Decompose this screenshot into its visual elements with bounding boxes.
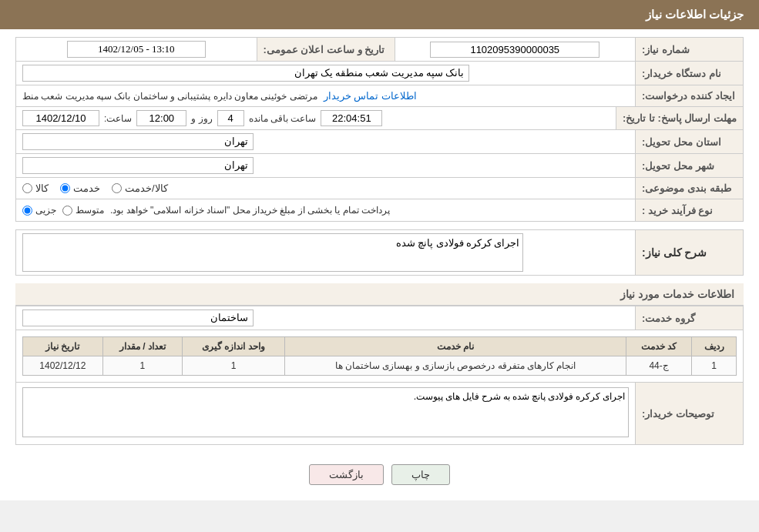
creator-link[interactable]: اطلاعات تماس خریدار bbox=[324, 90, 417, 102]
col-code: کد خدمت bbox=[626, 337, 692, 356]
need-number-value bbox=[395, 38, 636, 61]
deadline-row: مهلت ارسال پاسخ: تا تاریخ: ساعت باقی مان… bbox=[16, 107, 743, 130]
table-cell-date: 1402/12/12 bbox=[23, 356, 103, 376]
service-group-row: گروه خدمت: bbox=[16, 306, 743, 330]
creator-name: مرتضی خوئینی معاون دایره پشتیبانی و ساخت… bbox=[22, 91, 317, 102]
services-table-wrapper: ردیف کد خدمت نام خدمت واحد اندازه گیری ت… bbox=[16, 330, 743, 382]
province-value bbox=[16, 130, 635, 153]
need-description-row: شرح کلی نیاز: اجرای کرکره فولادی پانچ شد… bbox=[16, 230, 743, 275]
category-goods-service-label: کالا/خدمت bbox=[125, 182, 168, 194]
category-goods-option[interactable]: کالا bbox=[22, 182, 49, 194]
category-radio-group: کالا/خدمت خدمت کالا bbox=[22, 182, 629, 194]
service-group-value bbox=[16, 306, 635, 330]
time-label: ساعت: bbox=[104, 113, 132, 124]
city-value bbox=[16, 154, 635, 177]
city-label: شهر محل تحویل: bbox=[635, 154, 743, 177]
purchase-immediate-option[interactable]: جزیی bbox=[22, 205, 56, 216]
need-number-input[interactable] bbox=[430, 42, 599, 58]
buttons-row: چاپ بازگشت bbox=[15, 453, 744, 493]
creator-label: ایجاد کننده درخواست: bbox=[635, 85, 743, 106]
category-goods-radio[interactable] bbox=[22, 183, 32, 193]
province-row: استان محل تحویل: bbox=[16, 130, 743, 154]
days-input[interactable] bbox=[217, 110, 244, 126]
col-row: ردیف bbox=[692, 337, 737, 356]
col-name: نام خدمت bbox=[284, 337, 626, 356]
page-header: جزئیات اطلاعات نیاز bbox=[0, 0, 759, 29]
need-description-section: شرح کلی نیاز: اجرای کرکره فولادی پانچ شد… bbox=[15, 229, 744, 276]
deadline-value: ساعت باقی مانده روز و ساعت: bbox=[16, 107, 616, 129]
city-row: شهر محل تحویل: bbox=[16, 154, 743, 178]
need-number-row: شماره نیاز: تاریخ و ساعت اعلان عمومی: bbox=[16, 38, 743, 62]
table-cell-name: انجام کارهای متفرقه درخصوص بازسازی و بهس… bbox=[284, 356, 626, 376]
purchase-immediate-radio[interactable] bbox=[22, 206, 32, 216]
purchase-type-note: پرداخت تمام یا بخشی از مبلغ خریداز محل "… bbox=[110, 205, 390, 216]
need-number-label: شماره نیاز: bbox=[635, 38, 743, 61]
city-input[interactable] bbox=[22, 157, 254, 174]
table-cell-row: 1 bbox=[692, 356, 737, 376]
countdown-row: ساعت باقی مانده روز و ساعت: bbox=[22, 110, 610, 126]
purchase-type-label: نوع فرآیند خرید : bbox=[635, 199, 743, 221]
col-date: تاریخ نیاز bbox=[23, 337, 103, 356]
announcement-input[interactable] bbox=[67, 41, 206, 58]
print-button[interactable]: چاپ bbox=[391, 464, 450, 485]
announcement-label: تاریخ و ساعت اعلان عمومی: bbox=[257, 38, 395, 61]
creator-row: ایجاد کننده درخواست: اطلاعات تماس خریدار… bbox=[16, 85, 743, 107]
deadline-label: مهلت ارسال پاسخ: تا تاریخ: bbox=[616, 107, 743, 129]
category-service-option[interactable]: خدمت bbox=[60, 182, 100, 194]
need-description-value: اجرای کرکره فولادی پانچ شده bbox=[16, 230, 635, 275]
province-label: استان محل تحویل: bbox=[635, 130, 743, 153]
purchase-immediate-label: جزیی bbox=[35, 205, 56, 216]
col-qty: تعداد / مقدار bbox=[102, 337, 183, 356]
remaining-label: ساعت باقی مانده bbox=[249, 113, 317, 124]
buyer-notes-row: توصیحات خریدار: اجرای کرکره فولادی پانچ … bbox=[16, 382, 743, 444]
category-value: کالا/خدمت خدمت کالا bbox=[16, 178, 635, 199]
requester-value bbox=[16, 62, 635, 85]
category-service-label: خدمت bbox=[73, 182, 100, 194]
purchase-type-row: نوع فرآیند خرید : پرداخت تمام یا بخشی از… bbox=[16, 199, 743, 221]
service-group-input[interactable] bbox=[22, 309, 254, 326]
requester-label: نام دستگاه خریدار: bbox=[635, 62, 743, 85]
page-title: جزئیات اطلاعات نیاز bbox=[646, 8, 744, 21]
creator-value: اطلاعات تماس خریدار مرتضی خوئینی معاون د… bbox=[16, 85, 635, 106]
time-input[interactable] bbox=[136, 110, 186, 126]
buyer-notes-value: اجرای کرکره فولادی پانچ شده به شرح فایل … bbox=[16, 383, 635, 444]
category-row: طبقه بندی موضوعی: کالا/خدمت خدمت کالا bbox=[16, 178, 743, 199]
purchase-type-group: پرداخت تمام یا بخشی از مبلغ خریداز محل "… bbox=[22, 205, 629, 216]
category-goods-label: کالا bbox=[35, 182, 49, 194]
col-unit: واحد اندازه گیری bbox=[183, 337, 285, 356]
service-group-label: گروه خدمت: bbox=[635, 306, 743, 330]
requester-row: نام دستگاه خریدار: bbox=[16, 62, 743, 85]
main-info-section: شماره نیاز: تاریخ و ساعت اعلان عمومی: نا… bbox=[15, 37, 744, 222]
category-service-radio[interactable] bbox=[60, 183, 70, 193]
table-cell-code: ج-44 bbox=[626, 356, 692, 376]
back-button[interactable]: بازگشت bbox=[309, 464, 384, 485]
category-label: طبقه بندی موضوعی: bbox=[635, 178, 743, 199]
buyer-notes-textarea[interactable]: اجرای کرکره فولادی پانچ شده به شرح فایل … bbox=[22, 387, 629, 437]
need-description-label: شرح کلی نیاز: bbox=[635, 230, 743, 275]
page-wrapper: جزئیات اطلاعات نیاز شماره نیاز: تاریخ و … bbox=[0, 0, 759, 500]
requester-input[interactable] bbox=[22, 65, 469, 82]
category-goods-service-radio[interactable] bbox=[112, 183, 122, 193]
purchase-medium-option[interactable]: متوسط bbox=[62, 205, 104, 216]
purchase-medium-label: متوسط bbox=[76, 205, 104, 216]
buyer-notes-label: توصیحات خریدار: bbox=[635, 383, 743, 444]
remaining-time-input[interactable] bbox=[321, 110, 382, 126]
province-input[interactable] bbox=[22, 133, 254, 150]
table-cell-unit: 1 bbox=[183, 356, 285, 376]
date-input[interactable] bbox=[22, 110, 99, 126]
purchase-type-value: پرداخت تمام یا بخشی از مبلغ خریداز محل "… bbox=[16, 199, 635, 221]
table-row: 1ج-44انجام کارهای متفرقه درخصوص بازسازی … bbox=[23, 356, 737, 376]
table-cell-quantity: 1 bbox=[102, 356, 183, 376]
announcement-value bbox=[16, 38, 257, 61]
purchase-medium-radio[interactable] bbox=[62, 206, 72, 216]
days-label: روز و bbox=[191, 113, 212, 124]
category-goods-service-option[interactable]: کالا/خدمت bbox=[112, 182, 168, 194]
services-section: گروه خدمت: ردیف کد خدمت نام خدمت واحد ان… bbox=[15, 306, 744, 445]
need-description-textarea[interactable]: اجرای کرکره فولادی پانچ شده bbox=[22, 233, 523, 272]
services-section-title: اطلاعات خدمات مورد نیاز bbox=[15, 283, 744, 306]
content-area: شماره نیاز: تاریخ و ساعت اعلان عمومی: نا… bbox=[0, 29, 759, 500]
services-table: ردیف کد خدمت نام خدمت واحد اندازه گیری ت… bbox=[22, 336, 737, 376]
